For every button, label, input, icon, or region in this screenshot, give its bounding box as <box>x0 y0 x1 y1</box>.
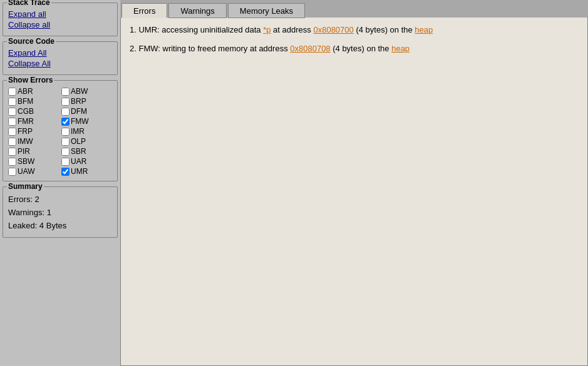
summary-content: Errors: 2 Warnings: 1 Leaked: 4 Bytes <box>8 193 112 232</box>
tab-warnings[interactable]: Warnings <box>168 3 226 18</box>
error-1-link-addr[interactable]: 0x8080700 <box>313 25 353 34</box>
checkbox-olp[interactable]: OLP <box>61 137 112 146</box>
collapse-all-stack-button[interactable]: Collapse all <box>8 20 50 29</box>
error-1-text-at: at address <box>273 25 313 34</box>
checkbox-dfm[interactable]: DFM <box>61 107 112 116</box>
source-code-section: Source Code Expand All Collapse All <box>3 41 118 75</box>
summary-warnings: Warnings: 1 <box>8 206 112 220</box>
content-panel: 1. UMR: accessing uninitialized data *p … <box>120 18 588 366</box>
summary-legend: Summary <box>7 182 44 191</box>
checkbox-fmw[interactable]: FMW <box>61 117 112 126</box>
expand-all-source-button[interactable]: Expand All <box>8 48 46 58</box>
summary-errors: Errors: 2 <box>8 193 112 206</box>
stack-trace-legend: Stack Trace <box>7 0 51 7</box>
error-2-text-before: FMW: writing to freed memory at address <box>138 44 290 53</box>
checkbox-abw[interactable]: ABW <box>61 87 112 96</box>
tab-memory-leaks[interactable]: Memory Leaks <box>228 3 305 18</box>
checkbox-uaw[interactable]: UAW <box>8 167 59 176</box>
show-errors-section: Show Errors ABR ABW BFM BRP CGB DFM FMR … <box>3 80 118 181</box>
checkbox-bfm[interactable]: BFM <box>8 97 59 106</box>
checkbox-fmr[interactable]: FMR <box>8 117 59 126</box>
checkbox-frp[interactable]: FRP <box>8 127 59 136</box>
source-code-legend: Source Code <box>7 37 56 46</box>
summary-section: Summary Errors: 2 Warnings: 1 Leaked: 4 … <box>3 186 118 238</box>
show-errors-legend: Show Errors <box>7 76 54 84</box>
error-2-link-addr[interactable]: 0x8080708 <box>290 44 330 53</box>
checkbox-brp[interactable]: BRP <box>61 97 112 106</box>
error-num-1: 1. <box>130 25 138 34</box>
error-1-text-bytes: (4 bytes) on the <box>356 25 415 34</box>
checkbox-imr[interactable]: IMR <box>61 127 112 136</box>
error-line-1: 1. UMR: accessing uninitialized data *p … <box>130 24 579 36</box>
checkbox-abr[interactable]: ABR <box>8 87 59 96</box>
summary-leaked: Leaked: 4 Bytes <box>8 220 112 233</box>
checkbox-uar[interactable]: UAR <box>61 157 112 166</box>
checkboxes-grid: ABR ABW BFM BRP CGB DFM FMR FMW FRP IMR … <box>8 87 112 176</box>
collapse-all-source-button[interactable]: Collapse All <box>8 59 51 68</box>
content-area: Errors Warnings Memory Leaks 1. UMR: acc… <box>120 0 588 366</box>
checkbox-pir[interactable]: PIR <box>8 147 59 156</box>
checkbox-sbr[interactable]: SBR <box>61 147 112 156</box>
expand-all-stack-button[interactable]: Expand all <box>8 9 46 19</box>
error-1-link-heap[interactable]: heap <box>415 25 433 34</box>
error-2-link-heap[interactable]: heap <box>391 44 410 53</box>
error-num-2: 2. <box>130 44 138 53</box>
checkbox-imw[interactable]: IMW <box>8 137 59 146</box>
error-1-link-p[interactable]: *p <box>263 25 271 34</box>
checkbox-cgb[interactable]: CGB <box>8 107 59 116</box>
checkbox-umr[interactable]: UMR <box>61 167 112 176</box>
sidebar: Stack Trace Expand all Collapse all Sour… <box>0 0 120 366</box>
tabs-bar: Errors Warnings Memory Leaks <box>120 0 588 18</box>
stack-trace-section: Stack Trace Expand all Collapse all <box>3 3 118 36</box>
error-1-text-before: UMR: accessing uninitialized data <box>138 25 263 34</box>
checkbox-sbw[interactable]: SBW <box>8 157 59 166</box>
tab-errors[interactable]: Errors <box>121 3 167 18</box>
error-2-text-bytes: (4 bytes) on the <box>333 44 391 53</box>
error-line-2: 2. FMW: writing to freed memory at addre… <box>130 43 579 55</box>
main-container: Stack Trace Expand all Collapse all Sour… <box>0 0 588 366</box>
